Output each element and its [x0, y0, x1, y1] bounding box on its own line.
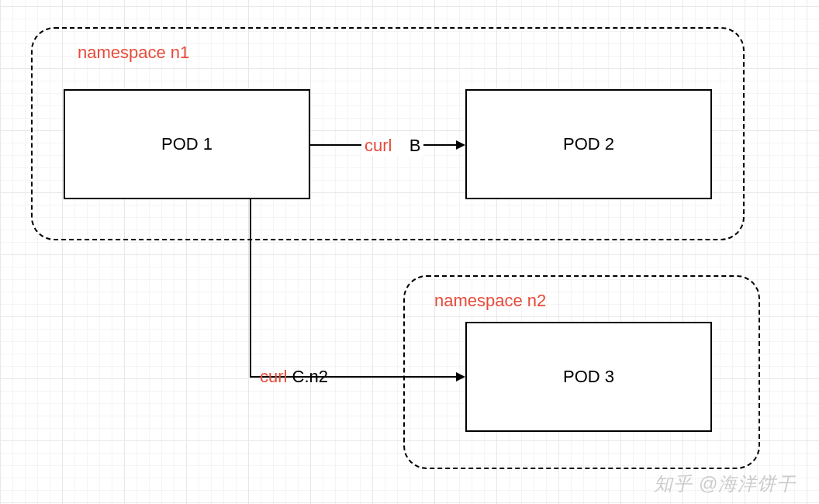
pod-1: POD 1 [64, 89, 310, 199]
pod-2-label: POD 2 [563, 134, 614, 154]
curl-text: curl [365, 136, 392, 155]
arrow-pod1-to-pod3-label: curl C.n2 [260, 367, 328, 387]
arrow-pod1-to-pod3 [247, 199, 468, 381]
arrow-pod1-to-pod2-label: curl B [361, 136, 423, 156]
svg-marker-1 [456, 140, 465, 150]
namespace-n1-label: namespace n1 [78, 43, 189, 63]
pod-2: POD 2 [465, 89, 712, 199]
svg-marker-2 [456, 372, 465, 381]
pod-3-label: POD 3 [563, 367, 614, 387]
pod-3: POD 3 [465, 322, 712, 432]
pod-1-label: POD 1 [161, 134, 213, 154]
watermark: 知乎 @海洋饼干 [654, 471, 796, 496]
curl-target-2: C.n2 [287, 367, 328, 386]
curl-target: B [410, 136, 421, 155]
curl-text-2: curl [260, 367, 287, 386]
